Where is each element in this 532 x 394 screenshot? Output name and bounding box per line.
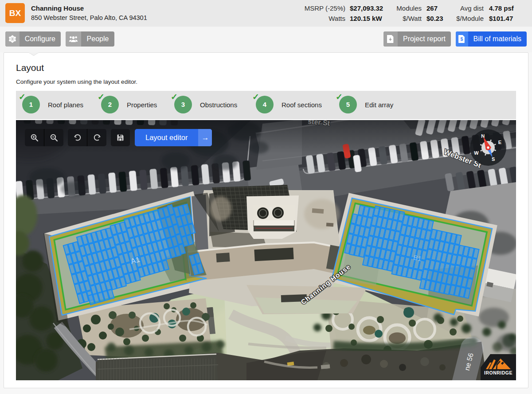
svg-text:N: N — [481, 133, 485, 139]
svg-text:S: S — [492, 156, 495, 162]
svg-text:W: W — [474, 150, 479, 156]
svg-text:$: $ — [461, 36, 463, 42]
svg-text:E: E — [498, 140, 501, 145]
svg-text:IRONRIDGE: IRONRIDGE — [484, 370, 512, 375]
